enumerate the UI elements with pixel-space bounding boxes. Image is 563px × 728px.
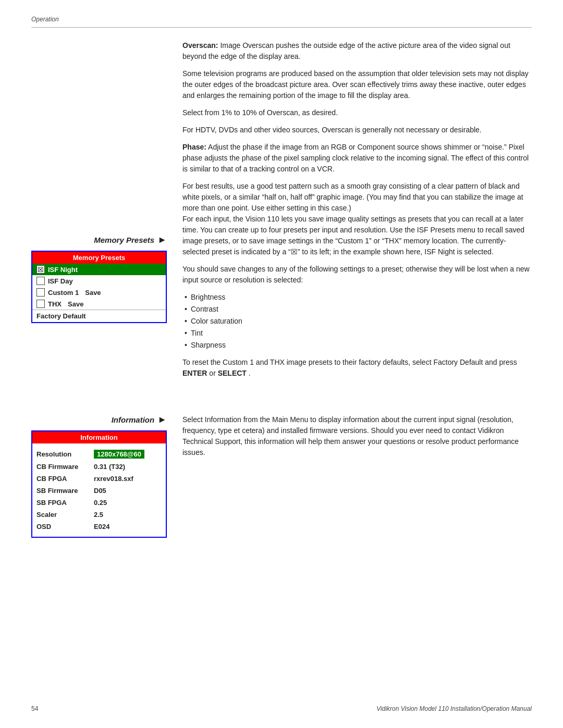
info-header: Information [32,431,166,443]
overscan-right: Overscan: Image Overscan pushes the outs… [177,40,532,214]
info-box: Information Resolution 1280x768@60 CB Fi… [31,430,167,538]
preset-save-thx: Save [68,300,83,308]
presets-header: Memory Presets [32,252,166,264]
preset-name-isf-night: ISF Night [48,266,78,274]
information-arrow: ► [157,414,167,425]
information-section: Information ► Information Resolution 128… [31,414,532,538]
info-right-col: Select Information from the Main Menu to… [177,414,532,538]
preset-row-isf-day: ISF Day [32,275,166,287]
select-label: SELECT [218,369,247,377]
info-val-cb-firmware: 0.31 (T32) [94,463,125,471]
overscan-left [31,40,177,214]
footer: 54 Vidikron Vision Model 110 Installatio… [31,705,532,712]
bullet-brightness: Brightness [182,292,532,303]
info-val-sb-fpga: 0.25 [94,499,107,507]
info-row-cb-firmware: CB Firmware 0.31 (T32) [32,461,166,473]
info-val-scaler: 2.5 [94,511,103,519]
memory-presets-label: Memory Presets ► [31,235,167,245]
page: Operation Overscan: Image Overscan pushe… [0,0,563,728]
memory-para2: You should save changes to any of the fo… [182,264,532,286]
phase-para1: Phase: Adjust the phase if the image fro… [182,142,532,175]
info-para1: Select Information from the Main Menu to… [182,414,532,458]
section-spacer [31,379,532,393]
preset-name-isf-day: ISF Day [48,277,73,285]
info-row-sb-fpga: SB FPGA 0.25 [32,497,166,509]
memory-presets-arrow: ► [157,235,167,245]
enter-label: ENTER [182,369,207,377]
memory-presets-title: Memory Presets [94,236,154,244]
memory-right-col: For each input, the Vision 110 lets you … [177,214,532,379]
preset-save-custom1: Save [85,289,101,297]
overscan-para2: Some television programs are produced ba… [182,68,532,101]
memory-presets-section: Memory Presets ► Memory Presets ☒ ISF Ni… [31,214,532,379]
info-row-cb-fpga: CB FPGA rxrev018.sxf [32,473,166,485]
info-val-osd: E024 [94,523,109,530]
top-rule [31,27,532,28]
info-left-col: Information ► Information Resolution 128… [31,414,177,538]
footer-page-number: 54 [31,705,38,712]
information-label: Information ► [31,414,167,425]
overscan-para4: For HDTV, DVDs and other video sources, … [182,125,532,135]
info-spacer-bottom [32,533,166,537]
info-key-sb-fpga: SB FPGA [36,499,89,507]
checkbox-thx [36,300,45,308]
info-val-sb-firmware: D05 [94,487,106,495]
overscan-phase-section: Overscan: Image Overscan pushes the outs… [31,40,532,214]
information-title: Information [112,415,155,424]
preset-row-thx: THX Save [32,298,166,310]
bullet-contrast: Contrast [182,304,532,315]
preset-name-custom1: Custom 1 [48,289,79,297]
info-row-scaler: Scaler 2.5 [32,509,166,521]
preset-row-custom1: Custom 1 Save [32,287,166,298]
info-key-scaler: Scaler [36,511,89,519]
overscan-para1-text: Image Overscan pushes the outside edge o… [182,41,510,60]
or-label: or [209,369,217,377]
bullet-tint: Tint [182,328,532,339]
info-key-cb-firmware: CB Firmware [36,463,89,471]
memory-para3: To reset the Custom 1 and THX image pres… [182,357,532,379]
factory-default-row: Factory Default [32,310,166,322]
bullet-list: Brightness Contrast Color saturation Tin… [182,292,532,351]
overscan-para1: Overscan: Image Overscan pushes the outs… [182,40,532,62]
overscan-para3: Select from 1% to 10% of Overscan, as de… [182,107,532,118]
info-key-resolution: Resolution [36,450,89,458]
preset-name-thx: THX [48,300,62,308]
info-row-resolution: Resolution 1280x768@60 [32,448,166,461]
presets-box: Memory Presets ☒ ISF Night ISF Day Custo… [31,251,167,323]
overscan-title: Overscan: [182,41,218,50]
info-key-osd: OSD [36,523,89,530]
checkbox-custom1 [36,288,45,297]
info-row-osd: OSD E024 [32,521,166,533]
info-key-sb-firmware: SB Firmware [36,487,89,495]
bullet-color-saturation: Color saturation [182,316,532,327]
memory-left-col: Memory Presets ► Memory Presets ☒ ISF Ni… [31,214,177,379]
info-row-sb-firmware: SB Firmware D05 [32,485,166,497]
phase-para2: For best results, use a good test patter… [182,181,532,214]
bullet-sharpness: Sharpness [182,340,532,351]
memory-para1: For each input, the Vision 110 lets you … [182,214,532,257]
phase-title: Phase: [182,143,206,151]
period-label: . [249,369,251,377]
phase-para1-text: Adjust the phase if the image from an RG… [182,143,529,173]
footer-title: Vidikron Vision Model 110 Installation/O… [376,705,532,712]
info-spacer-top [32,443,166,448]
checkbox-isf-night: ☒ [36,265,45,274]
info-val-resolution: 1280x768@60 [94,450,144,459]
memory-para3-text1: To reset the Custom 1 and THX image pres… [182,358,517,366]
info-key-cb-fpga: CB FPGA [36,475,89,483]
header-label: Operation [31,16,532,23]
info-val-cb-fpga: rxrev018.sxf [94,475,133,483]
checkbox-isf-day [36,277,45,285]
preset-row-isf-night: ☒ ISF Night [32,264,166,275]
